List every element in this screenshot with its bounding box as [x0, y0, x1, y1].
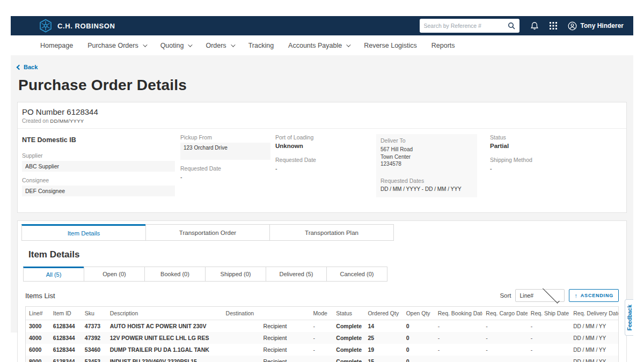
apps-menu-button[interactable] — [550, 22, 557, 29]
field-group-port: Port of Loading Unknown Requested Date - — [275, 134, 376, 202]
table-row[interactable]: 400061283444739212V POWER UNIT ELEC LHL … — [26, 332, 618, 344]
tab-label: All (5) — [46, 271, 62, 278]
requested-date-label: Requested Date — [180, 165, 275, 172]
search-input[interactable] — [424, 23, 508, 29]
cell-deliv: DD / MM / YY — [570, 356, 618, 362]
sort-direction-button[interactable]: ↑ ASCENDING — [569, 289, 619, 302]
cell-desc: AUTO HOIST AC POWER UNIT 230V — [107, 320, 223, 333]
cell-ship: - — [528, 332, 570, 344]
cell-sku: 47392 — [82, 332, 107, 344]
items-table: Line#Item IDSkuDescriptionDestinationMod… — [26, 307, 618, 362]
status-tab-1[interactable]: Open (0) — [84, 267, 145, 282]
notifications-button[interactable] — [530, 21, 539, 31]
apps-grid-icon — [550, 22, 557, 29]
nav-item-7[interactable]: Reports — [431, 42, 455, 49]
status-tabs: All (5) Open (0) Booked (0) Shipped (0) … — [23, 267, 626, 282]
bell-icon — [530, 21, 539, 31]
status-tab-4[interactable]: Delivered (5) — [266, 267, 327, 282]
cell-status: Complete — [333, 320, 364, 333]
cell-status: Complete — [333, 356, 364, 362]
nav-item-label: Quoting — [160, 42, 184, 49]
cell-ship: - — [528, 320, 570, 333]
field-group-pickup: Pickup From 123 Orchard Drive Requested … — [180, 134, 275, 202]
cell-oqty: 19 — [364, 344, 402, 356]
nav-item-label: Tracking — [248, 42, 274, 49]
nav-item-3[interactable]: Orders — [206, 42, 233, 49]
user-menu[interactable]: Tony Hinderer — [568, 21, 624, 31]
tab-2[interactable]: Transportation Plan — [269, 224, 394, 241]
cell-status: Complete — [333, 344, 364, 356]
status-badge: Partial — [490, 143, 618, 149]
requested-dates-value: DD / MM / YYYY - DD / MM / YYY — [380, 186, 473, 192]
tab-0[interactable]: Item Details — [21, 224, 146, 241]
search-icon[interactable] — [508, 22, 515, 29]
table-row[interactable]: 6000612834453460DUMP TRAILER PU DA 1.1GA… — [26, 344, 618, 356]
column-header-openqty: Open Qty — [403, 307, 435, 320]
nav-item-2[interactable]: Quoting — [160, 42, 192, 49]
consignee-value: DEF Consignee — [22, 186, 175, 196]
column-header-line: Line# — [26, 307, 50, 320]
field-group-deliver: Deliver To 567 Hill Road Town Center 123… — [376, 134, 490, 202]
chevron-down-icon — [231, 42, 235, 47]
deliver-to-label: Deliver To — [380, 137, 473, 144]
column-header-ship: Req. Ship Date — [528, 307, 570, 320]
cell-line: 4000 — [26, 332, 50, 344]
shipping-method-label: Shipping Method — [490, 157, 618, 163]
back-label: Back — [24, 64, 38, 70]
feedback-label: Feedback — [626, 305, 633, 330]
nav-item-6[interactable]: Reverse Logistics — [364, 42, 417, 49]
requested-dates-label: Requested Dates — [380, 178, 473, 184]
table-row[interactable]: 8000612834453453INDUST PU 230/460V 2320P… — [26, 356, 618, 362]
chevron-down-icon — [188, 42, 193, 47]
cell-line: 6000 — [26, 344, 50, 356]
requested-date-value: - — [180, 174, 275, 180]
tab-1[interactable]: Transportation Order — [145, 224, 270, 241]
nav-item-0[interactable]: Homepage — [40, 42, 73, 49]
cell-openqty: 0 — [403, 320, 435, 333]
cell-dest: Recipient — [223, 344, 310, 356]
brand-logo[interactable]: C.H. ROBINSON — [39, 19, 115, 33]
field-group-order-type: NTE Domestic IB Supplier ABC Supplier Co… — [22, 134, 180, 202]
cell-line: 3000 — [26, 320, 50, 333]
cell-mode: - — [310, 332, 333, 344]
sort-select-value: Line# — [519, 292, 540, 299]
po-created: Created on DD/MM/YYYY — [22, 118, 618, 124]
nav-item-1[interactable]: Purchase Orders — [87, 42, 145, 49]
cell-mode: - — [310, 356, 333, 362]
order-type: NTE Domestic IB — [22, 136, 180, 144]
po-summary-card: PO Number 6128344 Created on DD/MM/YYYY … — [17, 102, 627, 213]
created-label: Created on — [22, 118, 48, 124]
feedback-button[interactable]: Feedback — [625, 299, 633, 336]
column-header-itemid: Item ID — [50, 307, 82, 320]
back-link[interactable]: Back — [17, 64, 38, 70]
sort-select[interactable]: Line# — [515, 289, 565, 302]
field-group-status: Status Partial Shipping Method - — [490, 134, 618, 202]
tab-label: Transportation Plan — [305, 230, 358, 236]
po-number: PO Number 6128344 — [22, 107, 618, 116]
cell-deliv: DD / MM / YY — [570, 320, 618, 333]
chevron-down-icon — [143, 42, 147, 47]
column-header-cargo: Req. Cargo Date — [482, 307, 528, 320]
user-name: Tony Hinderer — [581, 22, 624, 29]
requested-date-value: - — [275, 165, 376, 172]
nav-item-label: Purchase Orders — [87, 42, 138, 49]
pickup-from-label: Pickup From — [180, 134, 275, 141]
cell-itemid: 6128344 — [50, 344, 82, 356]
nav-item-4[interactable]: Tracking — [248, 42, 274, 49]
cell-book: - — [435, 320, 483, 333]
cell-itemid: 6128344 — [50, 332, 82, 344]
column-header-dest: Destination — [223, 307, 310, 320]
cell-openqty: 0 — [403, 332, 435, 344]
page-body: Back Purchase Order Details PO Number 61… — [11, 55, 633, 333]
status-tab-5[interactable]: Canceled (0) — [326, 267, 387, 282]
status-tab-2[interactable]: Booked (0) — [144, 267, 206, 282]
port-of-loading-label: Port of Loading — [275, 134, 376, 141]
arrow-up-icon: ↑ — [574, 292, 577, 299]
cell-openqty: 0 — [403, 344, 435, 356]
cell-itemid: 6128344 — [50, 320, 82, 333]
status-tab-0[interactable]: All (5) — [23, 267, 84, 282]
table-row[interactable]: 3000612834447373AUTO HOIST AC POWER UNIT… — [26, 320, 618, 333]
status-tab-3[interactable]: Shipped (0) — [205, 267, 266, 282]
items-table-wrap: Line#Item IDSkuDescriptionDestinationMod… — [25, 306, 619, 362]
nav-item-5[interactable]: Accounts Payable — [288, 42, 349, 49]
